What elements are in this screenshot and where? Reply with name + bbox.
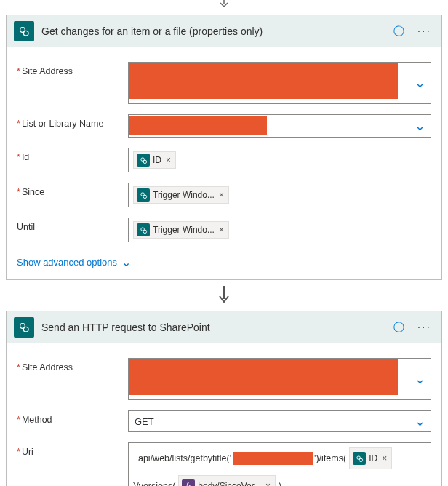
label-list-library: List or Library Name (17, 114, 122, 129)
more-menu-icon[interactable]: ··· (415, 321, 434, 334)
close-icon[interactable]: × (217, 190, 225, 200)
action-card-http-request: Send an HTTP request to SharePoint ⓘ ···… (6, 311, 442, 486)
arrow-down-icon (0, 286, 448, 305)
token-since[interactable]: Trigger Windo... × (133, 186, 229, 204)
card-title: Send an HTTP request to SharePoint (41, 322, 383, 333)
sharepoint-icon (14, 21, 34, 41)
help-icon[interactable]: ⓘ (391, 321, 407, 335)
token-label: ID (153, 155, 161, 165)
redacted-value (129, 63, 398, 99)
card-header[interactable]: Send an HTTP request to SharePoint ⓘ ··· (7, 311, 441, 343)
list-library-input[interactable]: ⌄ (128, 114, 431, 138)
sharepoint-icon (353, 452, 366, 465)
label-id: Id (17, 148, 122, 162)
token-id[interactable]: ID × (349, 447, 392, 469)
token-label: body/SinceVer... (198, 477, 261, 486)
token-label: Trigger Windo... (153, 190, 215, 200)
help-icon[interactable]: ⓘ (391, 25, 407, 39)
token-since-version[interactable]: body/SinceVer... × (178, 475, 276, 486)
site-address-input[interactable]: ⌄ (128, 62, 431, 104)
redacted-value (129, 116, 267, 135)
label-since: Since (17, 183, 122, 197)
uri-input[interactable]: _api/web/lists/getbytitle('')/items( ID … (128, 442, 431, 486)
redacted-value (129, 359, 398, 395)
label-site-address: Site Address (17, 62, 122, 76)
label-uri: Uri (17, 442, 122, 457)
site-address-input[interactable]: ⌄ (128, 358, 431, 400)
close-icon[interactable]: × (264, 477, 272, 486)
chevron-down-icon[interactable]: ⌄ (412, 371, 428, 387)
close-icon[interactable]: × (380, 450, 388, 467)
token-until[interactable]: Trigger Windo... × (133, 221, 229, 239)
token-id[interactable]: ID × (133, 151, 176, 169)
sharepoint-icon (137, 188, 150, 202)
sharepoint-icon (14, 317, 34, 338)
uri-text: ')/items( (314, 450, 346, 467)
uri-text: _api/web/lists/getbytitle(' (133, 450, 231, 467)
close-icon[interactable]: × (217, 225, 225, 235)
token-label: Trigger Windo... (153, 225, 215, 235)
more-menu-icon[interactable]: ··· (415, 25, 434, 38)
method-select[interactable]: GET ⌄ (128, 410, 431, 432)
chevron-down-icon[interactable]: ⌄ (412, 413, 428, 429)
close-icon[interactable]: × (164, 155, 172, 165)
show-advanced-label: Show advanced options (17, 257, 117, 268)
uri-text: ) (279, 477, 281, 486)
label-method: Method (17, 410, 122, 425)
until-input[interactable]: Trigger Windo... × (128, 218, 431, 242)
token-label: ID (369, 450, 377, 467)
arrow-down-icon (0, 0, 448, 9)
fx-icon (182, 479, 195, 486)
label-until: Until (17, 218, 122, 232)
id-input[interactable]: ID × (128, 148, 431, 172)
chevron-down-icon: ⌄ (121, 255, 131, 269)
sharepoint-icon (137, 223, 150, 236)
label-site-address: Site Address (17, 358, 122, 373)
since-input[interactable]: Trigger Windo... × (128, 183, 431, 207)
sharepoint-icon (137, 154, 150, 167)
uri-text: )/versions( (133, 477, 175, 486)
chevron-down-icon[interactable]: ⌄ (412, 118, 428, 134)
card-title: Get changes for an item or a file (prope… (41, 25, 383, 37)
method-value: GET (135, 416, 154, 427)
chevron-down-icon[interactable]: ⌄ (412, 75, 428, 91)
action-card-get-changes: Get changes for an item or a file (prope… (6, 15, 442, 280)
show-advanced-toggle[interactable]: Show advanced options ⌄ (17, 255, 131, 269)
card-header[interactable]: Get changes for an item or a file (prope… (7, 15, 441, 47)
redacted-value (233, 452, 313, 465)
